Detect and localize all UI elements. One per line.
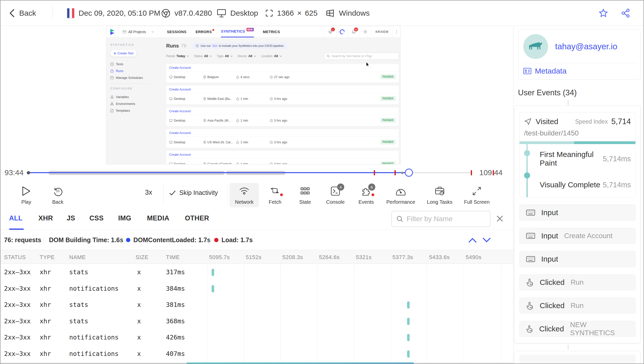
announcements-button[interactable]: 1 <box>325 26 336 37</box>
tab-other[interactable]: OTHER <box>185 214 209 222</box>
run-name-link[interactable]: Create Account <box>166 86 399 93</box>
notifications-button[interactable]: 33 <box>348 26 359 37</box>
tab-all[interactable]: ALL <box>9 214 22 222</box>
sidebar-item-environments[interactable]: Environments <box>110 100 158 107</box>
event-item-input[interactable]: Input Create Account <box>519 228 636 244</box>
kebab-menu[interactable]: ⋮ <box>393 26 400 37</box>
tab-js[interactable]: JS <box>67 214 75 222</box>
event-item-clicked[interactable]: Clicked Run <box>519 274 636 290</box>
runs-filters: PeriodToday StatusAll TypeAll DeviceAll <box>166 53 399 60</box>
request-row[interactable]: 2xx–3xxxhrnotificationsx426ms <box>1 329 513 346</box>
speed-toggle[interactable]: 3x <box>145 189 152 196</box>
run-name-link[interactable]: Create Account <box>166 151 399 158</box>
request-row[interactable]: 2xx–3xxxhrstatsx381ms <box>1 297 513 313</box>
tab-synthetics[interactable]: SYNTHETICSNEW <box>221 26 254 37</box>
col-status[interactable]: STATUS <box>4 254 26 261</box>
event-item-input[interactable]: Input <box>519 251 636 267</box>
create-test-button[interactable]: Create Test <box>110 50 137 57</box>
request-row[interactable]: 2xx–3xxxhrnotificationsx407ms <box>1 346 513 362</box>
full-screen-button[interactable]: Full Screen <box>459 183 494 207</box>
user-email-link[interactable]: tahay@asayer.io <box>555 42 617 51</box>
fetch-panel-button[interactable]: Fetch <box>260 183 290 207</box>
run-card[interactable]: Create Account Desktop Belgium 4 secs 27… <box>166 64 399 83</box>
close-icon[interactable] <box>496 215 504 222</box>
event-item[interactable] <box>519 355 636 364</box>
tab-css[interactable]: CSS <box>89 214 104 222</box>
run-name-link[interactable]: Create Account <box>166 129 399 137</box>
monitor-icon <box>169 141 172 144</box>
run-name-link[interactable]: Create Account <box>166 107 399 115</box>
performance-panel-button[interactable]: Performance <box>382 183 419 207</box>
filter-type[interactable]: TypeAll <box>217 54 233 58</box>
current-time: 93:44 <box>5 168 23 177</box>
favorite-button[interactable] <box>599 1 608 26</box>
console-panel-button[interactable]: 4 Console <box>321 183 350 207</box>
sidebar-item-tests[interactable]: Tests <box>110 61 158 67</box>
tab-media[interactable]: MEDIA <box>147 214 169 222</box>
run-card[interactable]: Create Account Desktop US West (N. Cal..… <box>166 129 399 148</box>
back-button[interactable]: Back <box>9 1 36 26</box>
skip-inactivity-toggle[interactable]: Skip Inactivity <box>169 189 218 196</box>
metadata-button[interactable]: Metadata <box>523 67 635 75</box>
scrollbar-thumb[interactable] <box>187 362 414 364</box>
jump-prev-button[interactable] <box>468 237 477 243</box>
col-size[interactable]: SIZE <box>136 254 148 261</box>
events-panel-button[interactable]: 6 Events <box>352 183 381 207</box>
event-marker[interactable] <box>471 170 472 175</box>
cli-link[interactable]: CLI <box>212 44 217 47</box>
horizontal-scrollbar[interactable] <box>1 362 513 364</box>
replay-main: Runs 76 Use our CLI to include your Synt… <box>158 38 400 164</box>
tab-xhr[interactable]: XHR <box>38 214 53 222</box>
player-timeline[interactable]: 93:44 109:44 <box>1 164 513 180</box>
event-item-clicked[interactable]: Clicked NEW SYNTHETICS <box>519 321 636 337</box>
col-time[interactable]: TIME <box>166 254 180 261</box>
filter-device[interactable]: DeviceAll <box>238 54 256 58</box>
tab-sessions[interactable]: SESSIONS <box>167 26 186 37</box>
sidebar-item-variables[interactable]: Variables <box>110 94 158 100</box>
back-10-button[interactable]: 10 Back <box>44 183 72 207</box>
sidebar-item-runs[interactable]: Runs <box>110 67 158 74</box>
col-name[interactable]: NAME <box>69 254 86 261</box>
user-menu[interactable]: KRAIEM <box>371 26 393 37</box>
request-row[interactable]: 2xx–3xxxhrnotificationsx384ms <box>1 281 513 297</box>
run-card[interactable]: Create Account Desktop Middle East (Ba..… <box>166 86 399 104</box>
run-name-link[interactable]: Create Account <box>166 64 399 72</box>
state-panel-button[interactable]: State <box>290 183 320 207</box>
tab-metrics[interactable]: METRICS <box>263 26 280 37</box>
project-selector[interactable]: All Projects <box>118 26 158 37</box>
filter-status[interactable]: StatusAll <box>194 54 212 58</box>
request-row[interactable]: 2xx–3xxxhrstatsx317ms <box>1 264 513 281</box>
filter-location[interactable]: LocationAll <box>261 54 282 58</box>
event-marker[interactable] <box>394 170 396 175</box>
timeline-scrubber[interactable] <box>405 169 413 177</box>
event-marker[interactable] <box>374 170 375 175</box>
sidebar-item-manage-schedules[interactable]: Manage Schedules <box>110 74 158 81</box>
notifications-badge: 33 <box>354 28 358 31</box>
waterfall-bar <box>407 350 410 358</box>
event-item-input[interactable]: Input <box>519 204 636 221</box>
waterfall-bar <box>407 301 410 309</box>
visited-event-card[interactable]: Visited Speed Index 5,714 /test-builder/… <box>519 112 636 197</box>
filter-by-name-input[interactable]: Filter by Name <box>391 211 490 227</box>
controls-divider <box>163 184 164 205</box>
tab-errors[interactable]: ERRORS <box>195 26 212 37</box>
run-card[interactable]: Create Account Desktop Asia Pacific (M..… <box>166 107 399 126</box>
settings-button[interactable] <box>359 26 371 37</box>
filter-period[interactable]: PeriodToday <box>166 54 189 58</box>
play-button[interactable]: Play <box>14 183 39 207</box>
request-row[interactable]: 2xx–3xxxhrstatsx368ms <box>1 313 513 330</box>
col-type[interactable]: TYPE <box>40 254 55 261</box>
test-search-input[interactable]: Search by Test Name or #Tag <box>324 53 399 60</box>
time-col-label: 5264.6s <box>319 254 340 261</box>
requests-count: 76: requests <box>4 236 41 244</box>
network-panel-button[interactable]: Network <box>230 183 259 207</box>
run-card[interactable]: Create Account Desktop Canada (Central) … <box>166 151 399 164</box>
tab-img[interactable]: IMG <box>118 214 131 222</box>
long-tasks-panel-button[interactable]: Long Tasks <box>423 183 457 207</box>
sitemap-icon <box>110 102 114 105</box>
sidebar-item-templates[interactable]: Templates <box>110 107 158 114</box>
event-marker[interactable] <box>493 170 494 175</box>
event-item-clicked[interactable]: Clicked Run <box>519 298 636 314</box>
share-button[interactable] <box>621 1 630 26</box>
jump-next-button[interactable] <box>482 237 491 243</box>
